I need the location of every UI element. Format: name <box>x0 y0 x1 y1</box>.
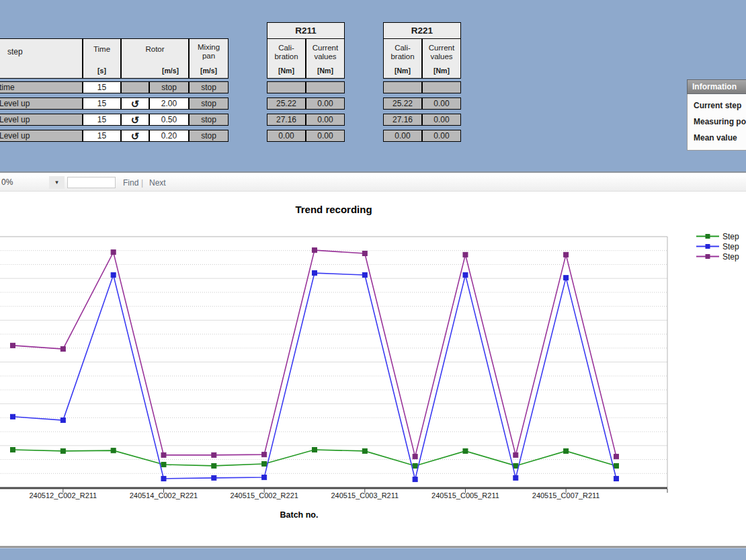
calibration-value <box>383 81 422 93</box>
info-item-measuring-point: Measuring point <box>694 114 746 130</box>
rotor-rotation-ccw-icon: ↺ <box>121 97 149 110</box>
rotor-speed-cell: stop <box>149 81 189 93</box>
information-panel-body: Current step Measuring point Mean value <box>687 94 746 151</box>
step-header-label: step <box>7 47 23 56</box>
col-label: Cali- <box>278 44 294 52</box>
table-title: R221 <box>383 22 461 39</box>
legend-label: Step <box>722 232 739 241</box>
data-point-series-2 <box>413 454 417 459</box>
data-point-series-0 <box>362 448 367 453</box>
data-point-series-1 <box>60 418 65 423</box>
data-point-series-0 <box>262 461 267 466</box>
data-point-series-0 <box>413 463 417 468</box>
data-point-series-1 <box>463 273 468 278</box>
data-point-series-2 <box>60 347 65 352</box>
col-label: Current <box>313 44 338 52</box>
current-value: 0.00 <box>306 97 345 110</box>
data-point-series-0 <box>161 463 166 467</box>
step-row-name: time <box>0 81 83 93</box>
col-label: values <box>430 52 452 61</box>
chart-legend: StepStepStep <box>696 231 739 262</box>
current-value: 0.00 <box>422 130 461 142</box>
zoom-select[interactable]: 0% <box>1 177 13 187</box>
data-point-series-2 <box>513 452 518 457</box>
rotor-header-label: Rotor <box>145 45 164 54</box>
x-tick-label: 240514_C002_R221 <box>130 491 198 499</box>
info-item-mean-value: Mean value <box>694 130 746 146</box>
data-point-series-2 <box>161 452 166 457</box>
mixing-pan-cell: stop <box>189 81 229 93</box>
data-point-series-1 <box>362 273 367 278</box>
step-row-name: Level up <box>0 114 83 126</box>
data-point-series-0 <box>60 448 65 453</box>
current-value <box>422 81 461 93</box>
current-value <box>306 81 345 93</box>
mixing-pan-header-line1: Mixing <box>198 43 220 52</box>
legend-label: Step <box>722 252 739 262</box>
top-status-band: step Time [s] Rotor [m/s] Mixing pan [m/… <box>0 0 746 173</box>
step-row-time-field[interactable]: 15 <box>83 114 121 126</box>
x-tick-label: 240515_C005_R211 <box>431 491 499 499</box>
data-point-series-1 <box>614 476 618 481</box>
rotor-direction-cell <box>121 81 149 93</box>
step-row-time-field[interactable]: 15 <box>83 130 121 142</box>
data-point-series-0 <box>212 463 216 468</box>
data-point-series-0 <box>312 448 317 452</box>
current-values-column-header: Current values [Nm] <box>422 38 461 79</box>
data-point-series-1 <box>513 475 518 480</box>
rotor-rotation-ccw-icon: ↺ <box>121 130 149 142</box>
step-row-time-field[interactable]: 15 <box>83 97 121 110</box>
step-row-time-field[interactable]: 15 <box>83 81 121 93</box>
table-title: R211 <box>267 22 345 39</box>
rotor-speed-field[interactable]: 0.50 <box>149 114 189 126</box>
data-point-series-2 <box>564 252 569 257</box>
x-tick-label: 240515_C002_R221 <box>230 491 298 499</box>
mixing-pan-cell: stop <box>189 114 229 126</box>
data-point-series-0 <box>564 448 569 453</box>
step-row-name: Level up <box>0 130 83 142</box>
data-point-series-0 <box>463 448 468 453</box>
next-link[interactable]: Next <box>149 178 166 188</box>
col-label: values <box>314 52 336 61</box>
current-value: 0.00 <box>306 114 345 126</box>
x-tick-label: 240515_C003_R211 <box>331 491 399 499</box>
unit-label: [Nm] <box>278 67 294 75</box>
legend-item: Step <box>696 241 739 251</box>
rotor-speed-field[interactable]: 2.00 <box>149 97 189 110</box>
find-input[interactable] <box>67 177 116 188</box>
data-point-series-0 <box>11 448 15 452</box>
x-tick-label: 240512_C002_R211 <box>29 491 97 499</box>
zoom-dropdown-caret-icon[interactable]: ▾ <box>49 176 65 189</box>
series-line-2 <box>13 250 616 456</box>
data-point-series-2 <box>212 452 216 457</box>
current-value: 0.00 <box>422 97 461 110</box>
legend-item: Step <box>696 251 739 262</box>
information-panel: Information Current step Measuring point… <box>687 79 746 151</box>
calibration-value: 25.22 <box>383 97 422 110</box>
time-header-label: Time <box>93 45 110 54</box>
rotor-speed-field[interactable]: 0.20 <box>149 130 189 142</box>
data-point-series-1 <box>161 476 166 481</box>
calibration-value: 27.16 <box>383 114 422 126</box>
current-value: 0.00 <box>306 130 345 142</box>
calibration-value: 27.16 <box>267 114 306 126</box>
mixing-pan-column-header: Mixing pan [m/s] <box>189 38 229 79</box>
current-value: 0.00 <box>422 114 461 126</box>
trend-chart: 240512_C002_R211240514_C002_R221240515_C… <box>0 192 746 546</box>
data-point-series-1 <box>413 477 417 482</box>
unit-label: [Nm] <box>317 67 333 75</box>
mixing-pan-header-line2: pan <box>202 52 215 61</box>
legend-label: Step <box>722 242 739 251</box>
current-values-column-header: Current values [Nm] <box>306 38 345 79</box>
calibration-column-header: Cali- bration [Nm] <box>383 38 422 79</box>
data-point-series-2 <box>463 252 468 257</box>
calibration-value: 0.00 <box>383 130 422 142</box>
legend-swatch-icon <box>696 243 719 249</box>
find-link[interactable]: Find <box>123 178 138 188</box>
data-point-series-1 <box>564 276 569 280</box>
time-column-header: Time [s] <box>83 38 121 79</box>
unit-label: [Nm] <box>395 67 411 75</box>
legend-item: Step <box>696 231 739 241</box>
data-point-series-2 <box>262 452 267 457</box>
calibration-value <box>267 81 306 93</box>
